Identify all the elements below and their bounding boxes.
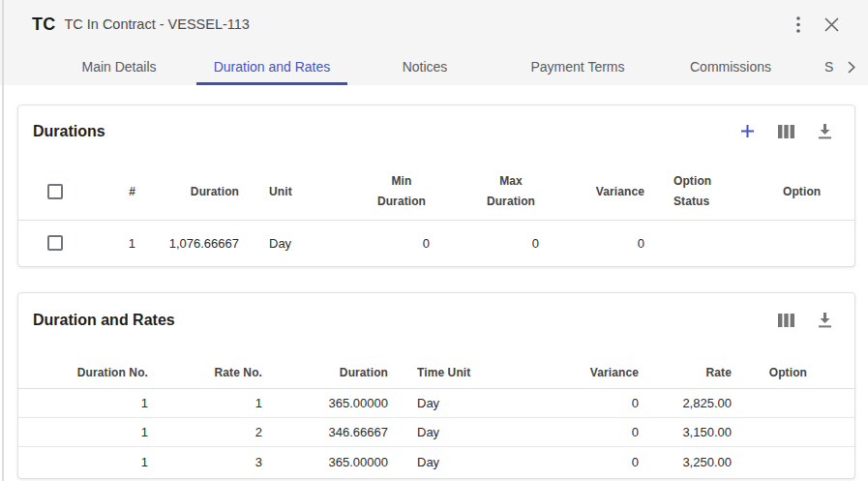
tab-payment-terms[interactable]: Payment Terms <box>501 48 654 85</box>
select-all-checkbox[interactable] <box>47 184 63 199</box>
col-option-status: Option Status <box>673 171 730 212</box>
durations-card: Durations # <box>17 105 855 267</box>
close-icon[interactable] <box>824 17 839 32</box>
dialog-header: TC TC In Contract - VESSEL-113 <box>0 0 868 48</box>
col-duration-no: Duration No. <box>18 358 152 388</box>
duration-rates-title: Duration and Rates <box>33 312 175 329</box>
tab-duration-and-rates[interactable]: Duration and Rates <box>195 48 348 85</box>
col-max-duration: Max Duration <box>483 171 539 212</box>
durations-table: # Duration Unit Min Duration Max Duratio… <box>18 165 854 266</box>
tab-bar: Main Details Duration and Rates Notices … <box>0 48 868 85</box>
col-option: Option <box>783 165 854 220</box>
duration-rates-table: Duration No. Rate No. Duration Time Unit… <box>18 358 854 478</box>
dialog-left-edge <box>2 0 4 481</box>
col-option: Option <box>735 358 854 388</box>
add-row-icon[interactable] <box>738 123 756 140</box>
col-unit: Unit <box>243 165 340 220</box>
col-duration: Duration <box>266 358 392 388</box>
col-rate: Rate <box>643 358 735 388</box>
durations-title: Durations <box>33 123 105 140</box>
col-rate-no: Rate No. <box>152 358 266 388</box>
columns-icon[interactable] <box>777 123 794 140</box>
dialog-body: Durations # <box>0 85 868 479</box>
tab-notices[interactable]: Notices <box>348 48 501 85</box>
rate-row[interactable]: 1 2 346.66667 Day 0 3,150.00 <box>18 417 854 446</box>
col-variance: Variance <box>543 165 648 220</box>
col-variance: Variance <box>560 358 643 388</box>
tab-commissions[interactable]: Commissions <box>654 48 807 85</box>
duration-rates-card: Duration and Rates Duration No. Rate No. <box>17 292 855 479</box>
download-icon[interactable] <box>816 312 833 329</box>
tab-scroll-right-button[interactable] <box>834 48 868 85</box>
col-time-unit: Time Unit <box>392 358 560 388</box>
kebab-menu-icon[interactable] <box>796 16 800 33</box>
col-min-duration: Min Duration <box>374 171 430 212</box>
rate-row[interactable]: 1 1 365.00000 Day 0 2,825.00 <box>18 388 854 417</box>
col-num: # <box>78 165 139 220</box>
rate-row[interactable]: 1 3 365.00000 Day 0 3,250.00 <box>18 446 854 478</box>
duration-rates-header-row: Duration No. Rate No. Duration Time Unit… <box>18 358 854 388</box>
columns-icon[interactable] <box>777 312 794 329</box>
row-checkbox[interactable] <box>47 235 63 251</box>
tab-main-details[interactable]: Main Details <box>43 48 195 85</box>
durations-header-row: # Duration Unit Min Duration Max Duratio… <box>18 165 854 220</box>
col-duration: Duration <box>139 165 243 220</box>
durations-row[interactable]: 1 1,076.66667 Day 0 0 0 <box>18 220 854 266</box>
app-logo: TC <box>32 15 55 35</box>
dialog-title: TC In Contract - VESSEL-113 <box>64 16 250 32</box>
download-icon[interactable] <box>816 123 833 140</box>
